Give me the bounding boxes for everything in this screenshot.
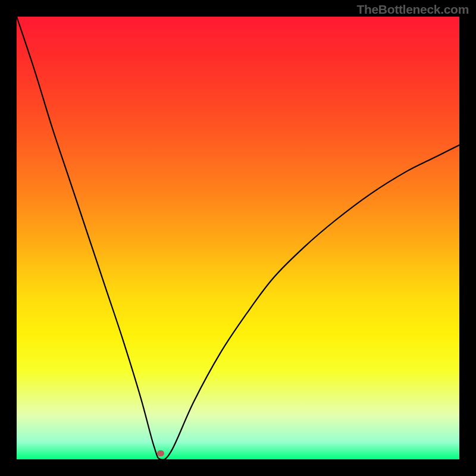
- plot-area: [17, 17, 459, 459]
- bottleneck-curve: [17, 17, 459, 459]
- minimum-marker: [157, 450, 164, 456]
- attribution-text: TheBottleneck.com: [356, 2, 469, 17]
- chart-container: TheBottleneck.com: [0, 0, 476, 476]
